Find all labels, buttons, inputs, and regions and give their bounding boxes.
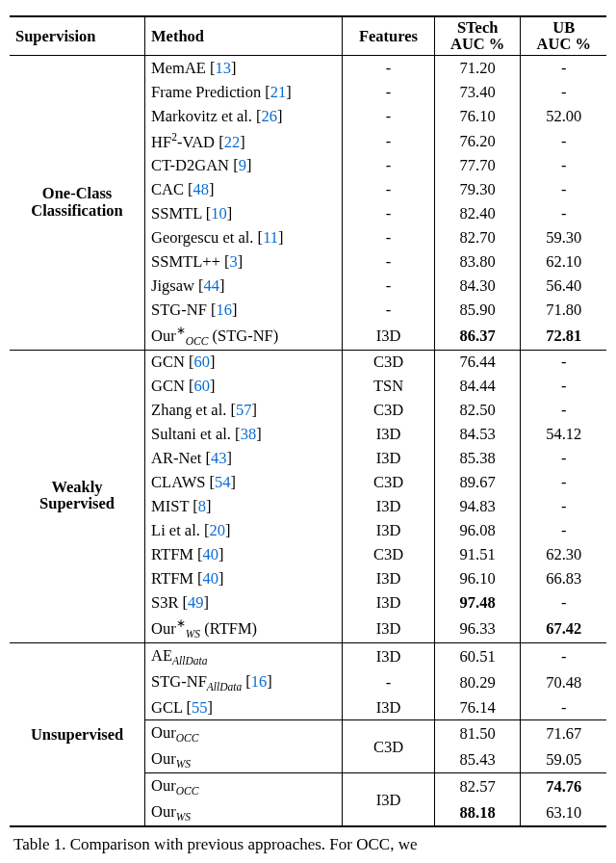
cite-link[interactable]: 3 [229, 252, 237, 271]
table-row: WeaklySupervised GCN [60] C3D76.44- [10, 350, 606, 375]
cite-link[interactable]: 49 [188, 593, 204, 612]
col-stech: STechAUC % [434, 16, 521, 56]
supervision-unsup: Unsupervised [10, 643, 145, 827]
col-ub: UBAUC % [521, 16, 606, 56]
cite-link[interactable]: 44 [204, 276, 220, 295]
col-supervision: Supervision [10, 16, 145, 56]
cite-link[interactable]: 55 [192, 698, 208, 717]
table-row: Unsupervised AEAllData I3D60.51- [10, 643, 606, 670]
cite-link[interactable]: 60 [194, 353, 211, 371]
cite-link[interactable]: 8 [198, 497, 206, 515]
cite-link[interactable]: 38 [241, 425, 257, 443]
cite-link[interactable]: 22 [224, 132, 241, 150]
col-features: Features [343, 16, 435, 56]
cite-link[interactable]: 10 [211, 204, 227, 222]
table-caption: Table 1. Comparison with previous approa… [10, 835, 606, 854]
cite-link[interactable]: 48 [193, 180, 210, 198]
cite-link[interactable]: 60 [194, 377, 211, 395]
cite-link[interactable]: 13 [216, 59, 232, 77]
cite-link[interactable]: 43 [211, 449, 227, 467]
cite-link[interactable]: 40 [203, 545, 219, 563]
cite-link[interactable]: 21 [270, 83, 287, 101]
cite-link[interactable]: 16 [216, 301, 232, 319]
table-row: One-ClassClassification MemAE [13] - 71.… [10, 56, 606, 81]
results-table: Supervision Method Features STechAUC % U… [10, 15, 606, 827]
cite-link[interactable]: 9 [239, 156, 246, 174]
cite-link[interactable]: 57 [236, 401, 252, 419]
cite-link[interactable]: 16 [251, 672, 268, 691]
cite-link[interactable]: 26 [262, 107, 278, 125]
cite-link[interactable]: 11 [263, 228, 278, 247]
cite-link[interactable]: 20 [210, 521, 226, 539]
supervision-occ: One-ClassClassification [10, 56, 145, 350]
cite-link[interactable]: 40 [203, 569, 219, 588]
cite-link[interactable]: 54 [215, 473, 231, 491]
supervision-ws: WeaklySupervised [10, 350, 145, 643]
col-method: Method [145, 16, 343, 56]
